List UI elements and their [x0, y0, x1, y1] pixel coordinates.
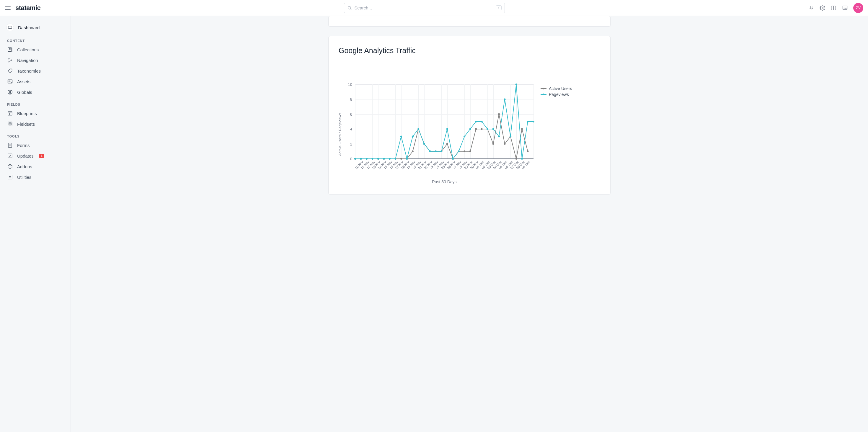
- svg-point-15: [11, 60, 12, 61]
- legend-label: Active Users: [549, 86, 572, 91]
- y-tick: 10: [348, 82, 352, 87]
- pin-icon[interactable]: [808, 5, 814, 11]
- series-dot: [435, 151, 437, 152]
- addons-icon: [7, 164, 13, 169]
- series-dot: [521, 128, 523, 130]
- series-dot: [464, 151, 465, 152]
- series-dot: [509, 135, 512, 137]
- sidebar-item-label: Globals: [17, 90, 32, 95]
- svg-rect-31: [8, 175, 12, 179]
- series-dot: [371, 158, 373, 160]
- gear-icon[interactable]: [819, 5, 826, 11]
- series-dot: [395, 158, 396, 160]
- series-dot: [487, 128, 488, 130]
- card-peek: [328, 16, 611, 27]
- sidebar-item-navigation[interactable]: Navigation: [0, 55, 70, 66]
- legend: Active UsersPageviews: [540, 85, 572, 98]
- legend-item[interactable]: Pageviews: [540, 92, 572, 97]
- series-dot: [423, 143, 425, 145]
- sidebar-item-label: Taxonomies: [17, 68, 41, 73]
- sidebar-item-fieldsets[interactable]: Fieldsets: [0, 119, 70, 129]
- legend-item[interactable]: Active Users: [540, 86, 572, 91]
- fieldsets-icon: [7, 121, 13, 127]
- search-shortcut: /: [496, 5, 502, 10]
- sidebar-item-forms[interactable]: Forms: [0, 140, 70, 151]
- taxonomies-icon: [7, 68, 13, 74]
- book-icon[interactable]: [831, 5, 837, 11]
- series-dot: [400, 135, 402, 137]
- svg-point-0: [348, 6, 351, 9]
- sidebar-item-label: Updates: [17, 154, 34, 159]
- nav-section-title: TOOLS: [0, 129, 70, 140]
- x-axis-label: Past 30 Days: [345, 179, 533, 184]
- sidebar-item-label: Addons: [17, 164, 32, 169]
- svg-line-1: [350, 9, 351, 10]
- series-dot: [412, 135, 414, 137]
- sidebar-item-collections[interactable]: Collections: [0, 44, 70, 55]
- series-dot: [516, 84, 517, 85]
- avatar[interactable]: ZV: [853, 3, 863, 13]
- series-dot: [533, 121, 534, 123]
- sidebar-item-updates[interactable]: Updates1: [0, 151, 70, 161]
- sidebar-item-assets[interactable]: Assets: [0, 76, 70, 87]
- sidebar-item-dashboard[interactable]: Dashboard: [0, 21, 70, 34]
- main-content: Google Analytics Traffic Active Users / …: [71, 0, 868, 203]
- y-tick: 2: [350, 142, 352, 146]
- site-icon[interactable]: .com: [842, 5, 848, 11]
- svg-rect-6: [8, 26, 12, 28]
- sidebar-item-utilities[interactable]: Utilities: [0, 172, 70, 182]
- search-box[interactable]: /: [344, 3, 505, 13]
- series-dot: [469, 128, 471, 130]
- menu-toggle[interactable]: [5, 6, 11, 10]
- svg-point-16: [11, 70, 11, 70]
- series-dot: [446, 143, 448, 145]
- y-tick: 0: [350, 157, 352, 161]
- series-dot: [481, 121, 483, 123]
- sidebar-item-globals[interactable]: Globals: [0, 87, 70, 97]
- search-input[interactable]: [354, 5, 495, 10]
- sidebar-item-label: Dashboard: [18, 25, 39, 30]
- badge: 1: [39, 154, 44, 158]
- legend-swatch: [540, 88, 547, 89]
- blueprints-icon: [7, 110, 13, 116]
- sidebar-item-label: Assets: [17, 79, 30, 84]
- series-dot: [521, 158, 523, 160]
- series-dot: [406, 158, 408, 160]
- svg-point-32: [9, 176, 10, 177]
- series-dot: [400, 158, 402, 160]
- search-icon: [347, 6, 352, 10]
- svg-rect-20: [8, 111, 12, 115]
- series-dot: [452, 158, 454, 160]
- series-dot: [516, 158, 517, 160]
- sidebar-item-addons[interactable]: Addons: [0, 161, 70, 172]
- forms-icon: [7, 142, 13, 148]
- sidebar-item-taxonomies[interactable]: Taxonomies: [0, 66, 70, 76]
- svg-point-13: [8, 58, 9, 59]
- series-dot: [481, 128, 483, 130]
- topbar: statamic / .com ZV: [0, 0, 868, 16]
- series-dot: [527, 151, 529, 152]
- series-dot: [492, 128, 494, 130]
- series-dot: [469, 151, 471, 152]
- series-dot: [360, 158, 362, 160]
- sidebar-item-label: Navigation: [17, 58, 38, 63]
- legend-label: Pageviews: [549, 92, 569, 97]
- analytics-card: Google Analytics Traffic Active Users / …: [328, 36, 611, 195]
- series-dot: [475, 128, 477, 130]
- sidebar: Dashboard CONTENTCollectionsNavigationTa…: [0, 16, 71, 203]
- series-dot: [504, 98, 506, 100]
- series-dot: [412, 151, 414, 152]
- chart: Active Users / Pageviews 024681010 Nov11…: [345, 85, 533, 184]
- sidebar-item-label: Forms: [17, 143, 30, 148]
- updates-icon: [7, 153, 13, 159]
- card-title: Google Analytics Traffic: [339, 46, 600, 55]
- logo[interactable]: statamic: [16, 4, 40, 12]
- globals-icon: [7, 89, 13, 95]
- series-dot: [446, 128, 448, 130]
- navigation-icon: [7, 57, 13, 63]
- series-dot: [527, 121, 529, 123]
- y-axis-label: Active Users / Pageviews: [338, 113, 342, 156]
- series-dot: [417, 128, 419, 130]
- series-dot: [504, 143, 506, 145]
- sidebar-item-blueprints[interactable]: Blueprints: [0, 108, 70, 119]
